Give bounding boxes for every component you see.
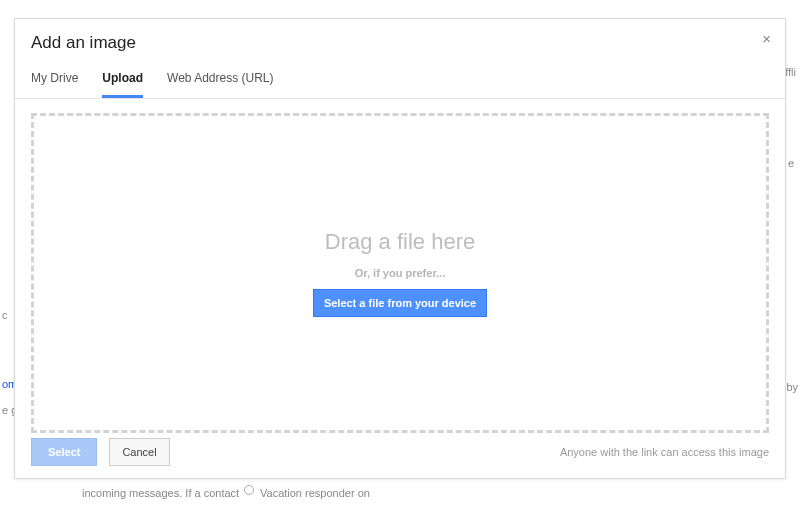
tabs: My Drive Upload Web Address (URL) bbox=[15, 53, 785, 99]
bg-text: ffli bbox=[785, 66, 796, 78]
tab-web-address[interactable]: Web Address (URL) bbox=[167, 71, 273, 98]
bg-text: e bbox=[788, 157, 794, 169]
add-image-dialog: Add an image × My Drive Upload Web Addre… bbox=[14, 18, 786, 479]
file-dropzone[interactable]: Drag a file here Or, if you prefer... Se… bbox=[31, 113, 769, 433]
drag-subtitle: Or, if you prefer... bbox=[355, 267, 445, 279]
bg-text: c bbox=[2, 309, 8, 321]
tab-upload[interactable]: Upload bbox=[102, 71, 143, 98]
dropzone-container: Drag a file here Or, if you prefer... Se… bbox=[15, 99, 785, 443]
bg-text: Vacation responder on bbox=[260, 487, 370, 499]
close-icon: × bbox=[762, 30, 771, 47]
footer-note: Anyone with the link can access this ima… bbox=[560, 446, 769, 458]
cancel-button[interactable]: Cancel bbox=[109, 438, 169, 466]
close-button[interactable]: × bbox=[762, 31, 771, 46]
select-file-button[interactable]: Select a file from your device bbox=[313, 289, 487, 317]
dialog-title: Add an image bbox=[31, 33, 769, 53]
dialog-footer: Select Cancel Anyone with the link can a… bbox=[15, 428, 785, 478]
dialog-header: Add an image × bbox=[15, 19, 785, 53]
tab-my-drive[interactable]: My Drive bbox=[31, 71, 78, 98]
radio-icon bbox=[244, 485, 254, 495]
drag-title: Drag a file here bbox=[325, 229, 475, 255]
select-button[interactable]: Select bbox=[31, 438, 97, 466]
bg-text: incoming messages. If a contact bbox=[82, 487, 239, 499]
